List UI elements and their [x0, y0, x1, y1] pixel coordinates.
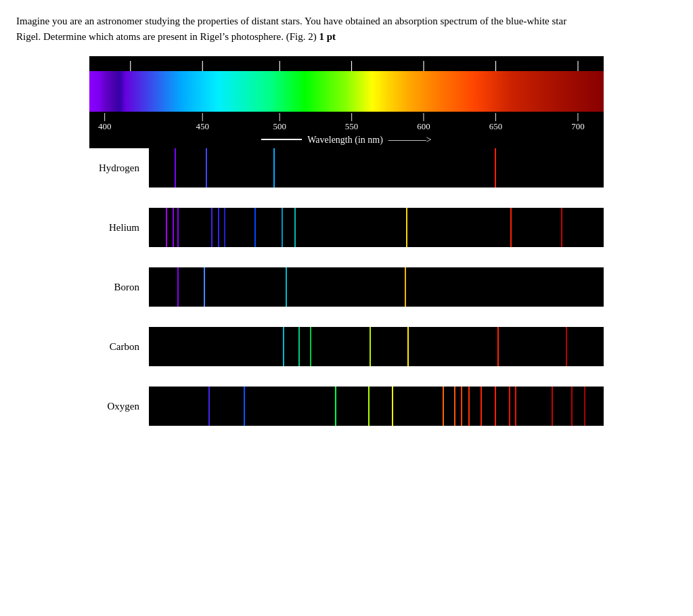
spectral-line-carbon-5	[497, 327, 499, 366]
spectral-line-boron-3	[405, 267, 406, 307]
scale-numbers-row: 400 450 500 550 600 650 700	[89, 121, 604, 133]
spectral-line-carbon-4	[407, 327, 409, 366]
spectral-line-boron-1	[204, 267, 205, 307]
element-spectrum-hydrogen	[149, 148, 604, 188]
spectral-line-oxygen-11	[509, 387, 510, 426]
element-rows-container: HydrogenHeliumBoronCarbonOxygen	[89, 148, 604, 426]
spectral-line-oxygen-13	[552, 387, 553, 426]
spectral-line-hydrogen-1	[206, 148, 207, 188]
spectral-line-helium-3	[211, 208, 213, 247]
arrow-right: ————>	[388, 135, 432, 146]
spectral-line-carbon-3	[370, 327, 371, 366]
spectral-line-boron-0	[177, 267, 179, 307]
spectral-line-oxygen-14	[571, 387, 573, 426]
rainbow-spectrum-bar	[89, 71, 604, 112]
top-tick-6: |	[495, 60, 497, 71]
spectral-line-oxygen-7	[461, 387, 462, 426]
element-label-oxygen: Oxygen	[89, 401, 149, 412]
bottom-tick-500: |	[279, 112, 281, 120]
spectral-line-helium-4	[218, 208, 219, 247]
spectral-line-oxygen-6	[454, 387, 455, 426]
bottom-tick-700: |	[577, 112, 579, 120]
spectral-line-oxygen-4	[392, 387, 393, 426]
element-spectrum-helium	[149, 208, 604, 247]
spectral-line-oxygen-2	[335, 387, 336, 426]
intro-text-main: Imagine you are an astronomer studying t…	[16, 16, 566, 42]
element-row-boron: Boron	[89, 267, 604, 307]
spectral-line-carbon-6	[566, 327, 567, 366]
spectral-line-oxygen-10	[495, 387, 496, 426]
wavelength-label-row: Wavelength (in nm) ————>	[89, 133, 604, 148]
bottom-tick-600: |	[423, 112, 425, 120]
intro-point-value: 1 pt	[319, 31, 336, 42]
scale-label-650: 650	[489, 121, 503, 132]
element-label-helium: Helium	[89, 222, 149, 234]
spectral-line-oxygen-0	[208, 387, 210, 426]
element-label-carbon: Carbon	[89, 341, 149, 353]
spectrum-container: | | | | | | | | | | | | | | 400	[89, 56, 604, 426]
spectral-line-helium-10	[510, 208, 512, 247]
spectral-line-helium-8	[294, 208, 296, 247]
spectral-line-helium-6	[254, 208, 256, 247]
bottom-tick-400: |	[104, 112, 106, 120]
spectral-line-carbon-1	[298, 327, 300, 366]
spectral-line-helium-7	[282, 208, 283, 247]
element-row-hydrogen: Hydrogen	[89, 148, 604, 188]
top-tick-5: |	[422, 60, 425, 71]
bottom-tick-550: |	[351, 112, 353, 120]
top-ticks-row: | | | | | | |	[89, 60, 604, 71]
top-tick-3: |	[278, 60, 281, 71]
spectral-line-carbon-2	[310, 327, 311, 366]
spectral-line-boron-2	[286, 267, 287, 307]
element-spectrum-oxygen	[149, 387, 604, 426]
spectral-line-helium-2	[177, 208, 179, 247]
scale-label-550: 550	[345, 121, 359, 132]
element-label-hydrogen: Hydrogen	[89, 162, 149, 174]
top-tick-4: |	[351, 60, 353, 71]
scale-label-500: 500	[273, 121, 286, 132]
scale-label-450: 450	[196, 121, 209, 132]
element-spectrum-carbon	[149, 327, 604, 366]
top-tick-1: |	[129, 60, 132, 71]
spectral-line-hydrogen-3	[495, 148, 496, 188]
wavelength-label-text: Wavelength (in nm)	[307, 135, 383, 146]
scale-label-600: 600	[417, 121, 430, 132]
scale-label-400: 400	[98, 121, 112, 132]
spectral-line-helium-9	[406, 208, 407, 247]
bottom-tick-450: |	[202, 112, 204, 120]
spectral-line-helium-1	[173, 208, 174, 247]
spectral-line-oxygen-1	[244, 387, 245, 426]
spectral-line-oxygen-9	[480, 387, 482, 426]
top-tick-7: |	[577, 60, 579, 71]
element-row-carbon: Carbon	[89, 327, 604, 366]
spectral-line-oxygen-3	[368, 387, 370, 426]
intro-paragraph: Imagine you are an astronomer studying t…	[16, 14, 571, 44]
spectral-line-oxygen-15	[584, 387, 585, 426]
bottom-ticks-row: | | | | | | |	[89, 112, 604, 121]
scale-label-700: 700	[571, 121, 585, 132]
spectral-line-helium-5	[224, 208, 225, 247]
spectral-line-oxygen-8	[468, 387, 470, 426]
element-label-boron: Boron	[89, 282, 149, 293]
element-row-oxygen: Oxygen	[89, 387, 604, 426]
top-tick-2: |	[201, 60, 204, 71]
bottom-tick-650: |	[495, 112, 497, 120]
spectrum-scale: | | | | | | | 400 450 500 550 600 650 70…	[89, 112, 604, 148]
spectral-line-hydrogen-2	[273, 148, 275, 188]
spectral-line-carbon-0	[283, 327, 284, 366]
spectral-line-oxygen-5	[443, 387, 444, 426]
arrow-left-line	[261, 139, 302, 140]
spectral-line-helium-11	[561, 208, 562, 247]
element-row-helium: Helium	[89, 208, 604, 247]
main-spectrum-wrapper: | | | | | | | | | | | | | | 400	[89, 56, 604, 148]
spectral-line-oxygen-12	[515, 387, 516, 426]
spectral-line-hydrogen-0	[175, 148, 176, 188]
element-spectrum-boron	[149, 267, 604, 307]
spectral-line-helium-0	[166, 208, 167, 247]
